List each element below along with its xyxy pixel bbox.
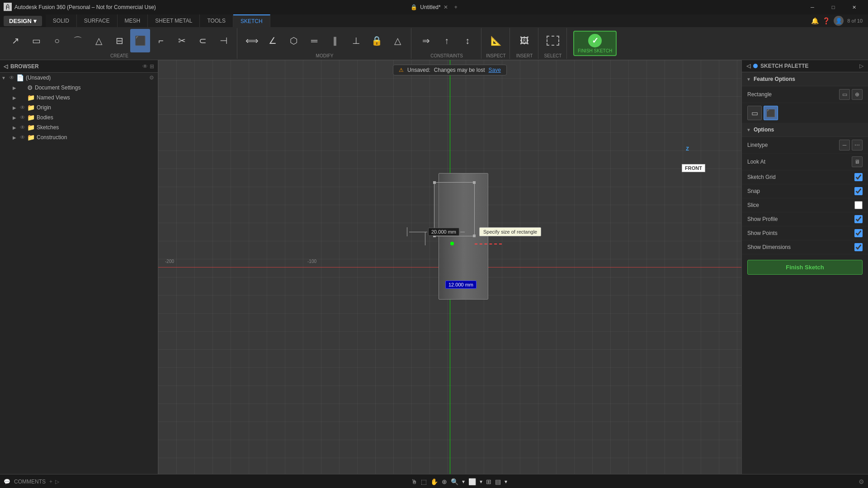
palette-collapse-icon[interactable]: ◁	[746, 63, 750, 69]
orbit-tool-button[interactable]: ⊕	[442, 478, 447, 485]
help-icon[interactable]: ❓	[822, 17, 830, 24]
select-all-button[interactable]: ⬚	[421, 478, 427, 485]
tab-sketch[interactable]: SKETCH	[233, 14, 270, 27]
tab-solid[interactable]: SOLID	[46, 14, 77, 27]
circle-tool-button[interactable]: ○	[47, 29, 67, 52]
save-link[interactable]: Save	[489, 67, 501, 73]
dimension-tool-button[interactable]: ⟺	[242, 29, 262, 52]
add-comment-button[interactable]: +	[49, 479, 52, 485]
polygon-tool-button[interactable]: ⬡	[283, 29, 303, 52]
folder-icon-sketches: 📁	[27, 124, 35, 131]
mirror-tool-button[interactable]: ⊣	[213, 29, 233, 52]
feature-options-section[interactable]: ▼ Feature Options	[742, 72, 868, 86]
constraint3-button[interactable]: ↕	[458, 29, 477, 52]
look-at-button[interactable]: 🖥	[852, 156, 863, 167]
show-profile-checkbox[interactable]	[854, 215, 863, 223]
browser-header-actions: 👁 ⊞	[142, 63, 154, 70]
show-dimensions-checkbox[interactable]	[854, 243, 863, 251]
show-points-checkbox[interactable]	[854, 229, 863, 237]
triangle-tool-button[interactable]: △	[89, 29, 108, 52]
tab-tools[interactable]: TOOLS	[200, 14, 233, 27]
dim-h-label[interactable]: 20.000 mm	[428, 228, 459, 236]
tree-item-bodies[interactable]: ▶ 👁 📁 Bodies	[0, 113, 158, 122]
rectangle-tool-button[interactable]: ▭	[26, 29, 46, 52]
new-tab-icon[interactable]: +	[454, 4, 458, 10]
cursor-tool-button[interactable]: 🖱	[411, 478, 417, 485]
expand-comments-icon[interactable]: ▷	[55, 479, 59, 485]
eye-icon-origin[interactable]: 👁	[20, 104, 25, 111]
close-tab-icon[interactable]: ✕	[443, 4, 448, 10]
comments-icon[interactable]: 💬	[4, 479, 10, 485]
tab-mesh[interactable]: MESH	[118, 14, 148, 27]
tree-item-construction[interactable]: ▶ 👁 📁 Construction	[0, 132, 158, 142]
palette-expand-icon[interactable]: ▷	[859, 63, 863, 69]
insert1-button[interactable]: 🖼	[514, 29, 534, 52]
arc-tool-button[interactable]: ⌒	[68, 29, 88, 52]
pan-tool-button[interactable]: ✋	[430, 478, 438, 485]
lock-tool-button[interactable]: 🔒	[367, 29, 387, 52]
finish-sketch-button[interactable]: ✓ FINISH SKETCH	[573, 31, 617, 56]
equal-tool-button[interactable]: ═	[304, 29, 324, 52]
rect-opt1-button[interactable]: ▭	[747, 106, 762, 120]
offset-tool-button[interactable]: ⊂	[193, 29, 212, 52]
center-rect-button[interactable]: ⊕	[852, 89, 863, 100]
sketch-grid-checkbox[interactable]	[854, 173, 863, 181]
construction-tool-button[interactable]: △	[387, 29, 407, 52]
trim-tool-button[interactable]: ✂	[172, 29, 192, 52]
browser-title[interactable]: ◁ BROWSER	[4, 63, 39, 70]
parallel-tool-button[interactable]: ∥	[325, 29, 345, 52]
inspect1-button[interactable]: 📐	[486, 29, 506, 52]
view-options-button[interactable]: ▤	[495, 478, 501, 485]
eye-icon-unsaved[interactable]: 👁	[9, 75, 14, 81]
grid-button[interactable]: ⊞	[486, 478, 491, 485]
eye-icon-construction[interactable]: 👁	[20, 134, 25, 141]
constraint2-button[interactable]: ↑	[437, 29, 457, 52]
tree-item-named-views[interactable]: ▶ 👁 📁 Named Views	[0, 93, 158, 103]
tree-item-unsaved[interactable]: ▼ 👁 📄 (Unsaved) ⚙	[0, 73, 158, 83]
expand-arrow: ▶	[11, 135, 18, 140]
close-button[interactable]: ✕	[844, 0, 864, 14]
nav-cube[interactable]: Z FRONT	[696, 69, 732, 105]
notification-icon[interactable]: 🔔	[811, 17, 819, 24]
minimize-button[interactable]: ─	[802, 0, 823, 14]
linetype-solid-button[interactable]: ─	[839, 140, 850, 150]
settings-icon[interactable]: ⚙	[149, 75, 154, 81]
select1-button[interactable]	[543, 29, 563, 52]
corner-rect-button[interactable]: ▭	[839, 89, 850, 100]
user-avatar[interactable]: 👤	[834, 16, 844, 26]
fillet-tool-button[interactable]: ⌐	[151, 29, 171, 52]
linetype-dashed-button[interactable]: ⋯	[852, 140, 863, 150]
tab-sheet-metal[interactable]: SHEET METAL	[148, 14, 200, 27]
slice-checkbox[interactable]	[854, 201, 863, 209]
perpendicular-tool-button[interactable]: ⊥	[346, 29, 366, 52]
canvas-area[interactable]: ⚠ Unsaved: Changes may be lost Save Z FR…	[158, 60, 741, 474]
display-mode-button[interactable]: ⬜	[468, 478, 476, 485]
tree-item-doc-settings[interactable]: ▶ 👁 ⚙ Document Settings	[0, 83, 158, 93]
sketch-rect-button[interactable]: ⬛	[130, 29, 150, 52]
design-dropdown-button[interactable]: DESIGN ▾	[4, 16, 42, 26]
line-tool-button[interactable]: ↗	[5, 29, 25, 52]
zoom-tool-button[interactable]: 🔍	[451, 478, 458, 485]
angle-tool-button[interactable]: ∠	[263, 29, 283, 52]
options-section[interactable]: ▼ Options	[742, 123, 868, 137]
constraint1-button[interactable]: ⇒	[416, 29, 436, 52]
maximize-button[interactable]: □	[823, 0, 844, 14]
rect-opt2-button[interactable]: ⬛	[764, 106, 778, 120]
sketch-grid-row: Sketch Grid	[742, 170, 868, 184]
slot-tool-button[interactable]: ⊟	[109, 29, 129, 52]
tree-item-sketches[interactable]: ▶ 👁 📁 Sketches	[0, 122, 158, 132]
eye-icon-sketches[interactable]: 👁	[20, 124, 25, 131]
settings-gear[interactable]: ⚙	[859, 478, 864, 485]
eye-icon-bodies[interactable]: 👁	[20, 114, 25, 121]
snap-checkbox[interactable]	[854, 187, 863, 195]
zoom-dropdown-icon: ▾	[462, 479, 465, 485]
design-label: DESIGN	[9, 18, 32, 24]
finish-sketch-panel-button[interactable]: Finish Sketch	[747, 260, 863, 275]
dim-v-label[interactable]: 12.000 mm	[445, 281, 476, 289]
inspect-label: INSPECT	[486, 52, 505, 58]
tab-surface[interactable]: SURFACE	[77, 14, 118, 27]
eye-icon[interactable]: 👁	[142, 63, 148, 70]
tree-item-origin[interactable]: ▶ 👁 📁 Origin	[0, 103, 158, 113]
ribbon-group-finish: ✓ FINISH SKETCH	[568, 28, 622, 59]
expand-icon[interactable]: ⊞	[150, 63, 154, 70]
